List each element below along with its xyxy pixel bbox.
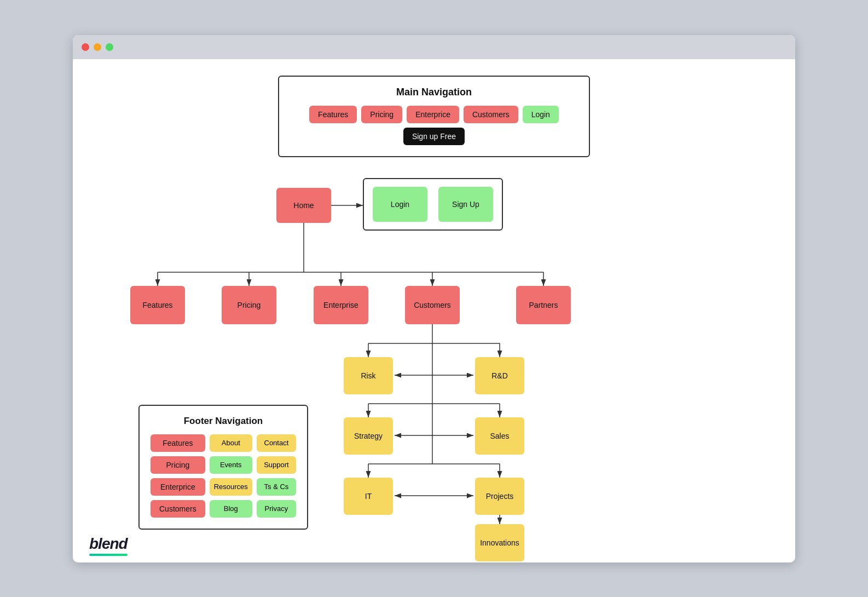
brand-logo: blend	[89, 535, 128, 556]
node-it[interactable]: IT	[344, 478, 393, 515]
node-customers[interactable]: Customers	[405, 286, 460, 324]
nav-features-button[interactable]: Features	[309, 106, 357, 123]
nav-login-button[interactable]: Login	[523, 106, 559, 123]
login-signup-box: Login Sign Up	[363, 178, 503, 231]
main-nav-box: Main Navigation Features Pricing Enterpr…	[278, 76, 590, 157]
footer-contact-button[interactable]: Contact	[257, 434, 296, 452]
node-home[interactable]: Home	[276, 188, 331, 223]
browser-window: Main Navigation Features Pricing Enterpr…	[73, 35, 795, 562]
footer-pricing-button[interactable]: Pricing	[151, 456, 205, 474]
footer-enterprice-button[interactable]: Enterprice	[151, 478, 205, 496]
node-enterprise[interactable]: Enterprise	[314, 286, 368, 324]
browser-titlebar	[73, 35, 795, 59]
maximize-dot[interactable]	[106, 43, 113, 51]
node-login[interactable]: Login	[373, 187, 427, 222]
node-sales[interactable]: Sales	[475, 417, 524, 455]
main-nav-title: Main Navigation	[292, 87, 576, 98]
node-pricing[interactable]: Pricing	[222, 286, 276, 324]
footer-about-button[interactable]: About	[210, 434, 252, 452]
logo-underline	[89, 554, 128, 556]
node-signup[interactable]: Sign Up	[438, 187, 493, 222]
footer-nav-grid: Features About Contact Pricing Events Su…	[151, 434, 296, 518]
node-innovations[interactable]: Innovations	[475, 524, 524, 561]
nav-enterprice-button[interactable]: Enterprice	[407, 106, 459, 123]
node-rd[interactable]: R&D	[475, 357, 524, 394]
nav-buttons: Features Pricing Enterprice Customers Lo…	[292, 106, 576, 145]
nav-signup-button[interactable]: Sign up Free	[403, 128, 465, 145]
footer-support-button[interactable]: Support	[257, 456, 296, 474]
footer-blog-button[interactable]: Blog	[210, 500, 252, 518]
browser-content: Main Navigation Features Pricing Enterpr…	[73, 59, 795, 562]
node-strategy[interactable]: Strategy	[344, 417, 393, 455]
footer-customers-button[interactable]: Customers	[151, 500, 205, 518]
footer-tscs-button[interactable]: Ts & Cs	[257, 478, 296, 496]
nav-pricing-button[interactable]: Pricing	[361, 106, 402, 123]
nav-customers-button[interactable]: Customers	[464, 106, 518, 123]
footer-nav-box: Footer Navigation Features About Contact…	[138, 405, 308, 530]
footer-privacy-button[interactable]: Privacy	[257, 500, 296, 518]
node-projects[interactable]: Projects	[475, 478, 524, 515]
footer-nav-title: Footer Navigation	[151, 416, 296, 427]
node-risk[interactable]: Risk	[344, 357, 393, 394]
close-dot[interactable]	[82, 43, 89, 51]
node-partners[interactable]: Partners	[516, 286, 571, 324]
footer-events-button[interactable]: Events	[210, 456, 252, 474]
footer-features-button[interactable]: Features	[151, 434, 205, 452]
footer-resources-button[interactable]: Resources	[210, 478, 252, 496]
minimize-dot[interactable]	[94, 43, 101, 51]
node-features[interactable]: Features	[130, 286, 185, 324]
